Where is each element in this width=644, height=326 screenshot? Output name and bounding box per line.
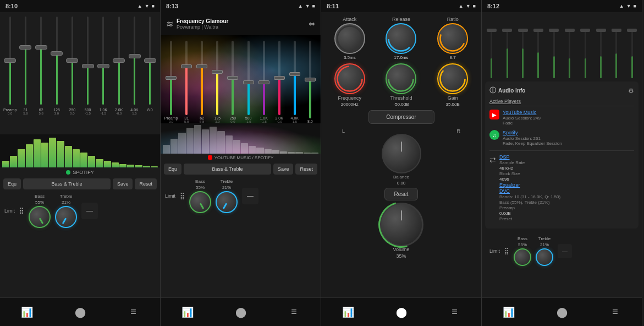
s2-bar — [280, 151, 287, 154]
nav-eq-1[interactable]: 📊 — [17, 302, 37, 322]
release-knob[interactable] — [386, 23, 416, 54]
cf-col-1k[interactable]: 1.0K-1.5 — [257, 35, 271, 123]
fader-62[interactable]: 62 5.8 — [34, 17, 49, 133]
balance-knob[interactable] — [382, 134, 421, 173]
dsp-dvc-detail2: Bass (55%), Treble (21%) — [499, 200, 634, 205]
fader-preamp[interactable]: Preamp 0.0 — [2, 17, 18, 133]
cf-col-250[interactable]: 2500.0 — [225, 35, 240, 123]
treble-val-1: 21% — [62, 200, 70, 205]
bass-knob-1[interactable] — [29, 206, 51, 228]
dsp-equalizer-link[interactable]: Equalizer — [499, 182, 634, 188]
compressor-knobs-row: Frequency 20000Hz Threshold -50.0dB — [326, 63, 477, 107]
youtube-music-name[interactable]: YouTube Music — [503, 110, 634, 115]
menu-nav-icon-4: ≡ — [612, 306, 618, 318]
frequency-knob[interactable] — [334, 63, 365, 94]
bg-fader-9 — [609, 29, 624, 78]
cf-col-500[interactable]: 500-1.5 — [241, 35, 255, 123]
cf-col-4k[interactable]: 4.0K1.5 — [288, 35, 302, 123]
frequency-val: 20000Hz — [341, 102, 359, 107]
compressor-button[interactable]: Compressor — [368, 110, 434, 124]
fader-2k[interactable]: 2.0K -0.0 — [111, 17, 126, 133]
nav-circle-3[interactable]: ⬤ — [392, 302, 411, 322]
dsp-dvc-link[interactable]: DVC — [499, 188, 634, 194]
fader-31[interactable]: 31 5.8 — [18, 17, 33, 133]
spec-bar — [34, 139, 41, 167]
cf-col-8k[interactable]: 8.0 — [303, 35, 317, 123]
gain-knob[interactable] — [437, 63, 468, 94]
treble-knob-1[interactable] — [55, 206, 77, 228]
treble-val-2: 21% — [222, 185, 231, 190]
spec-bar — [135, 165, 142, 167]
equ-button-2[interactable]: Equ — [164, 164, 181, 175]
s2-bar — [178, 133, 185, 154]
equ-button-1[interactable]: Equ — [3, 178, 21, 189]
save-button-2[interactable]: Save — [273, 164, 294, 175]
nav-circle-2[interactable]: ⬤ — [231, 302, 251, 322]
release-knob-group: Release 17.0ms — [386, 17, 416, 60]
cf-col-62[interactable]: 625.8 — [195, 35, 209, 123]
settings-gear-icon[interactable]: ⚙ — [628, 87, 634, 95]
fader-250[interactable]: 250 0.0 — [64, 17, 80, 133]
wifi-icon: ▲ — [137, 3, 142, 9]
volume-knob[interactable] — [379, 203, 423, 247]
cf-col-preamp[interactable]: Preamp0.0 — [164, 35, 178, 123]
fader-4k[interactable]: 4.0K 1.5 — [126, 17, 142, 133]
nav-circle-4[interactable]: ⬤ — [552, 302, 572, 322]
fader-1k[interactable]: 1.0K -1.5 — [96, 17, 111, 133]
fader-125[interactable]: 125 3.0 — [49, 17, 64, 133]
bg-fader-5 — [547, 29, 562, 78]
bass-treble-button-2[interactable]: Bass & Treble — [184, 164, 271, 175]
dsp-link[interactable]: DSP — [499, 154, 634, 160]
attack-knob[interactable] — [334, 23, 365, 54]
phone-2: 8:13 ▲ ▼ ■ ≋ Frequency Glamour Poweramp … — [161, 0, 321, 326]
reset-button-1[interactable]: Reset — [135, 178, 157, 189]
treble-knob-container-1: Treble 21% — [55, 194, 77, 228]
bg-fader-10 — [625, 29, 640, 78]
bass-val-2: 55% — [196, 185, 205, 190]
nav-eq-4[interactable]: 📊 — [499, 302, 519, 322]
s2-bar — [210, 127, 217, 154]
ratio-knob-group: Ratio 8.7 — [437, 17, 468, 60]
spotify-player-name[interactable]: Spotify — [503, 130, 634, 135]
frequency-label: Frequency — [338, 95, 362, 101]
eq-nav-icon-2: 📊 — [181, 306, 194, 318]
spec-bar — [143, 166, 150, 167]
dsp-preamp-label: Preamp — [499, 205, 634, 210]
cf-col-31[interactable]: 315.8 — [179, 35, 194, 123]
spotify-dot — [66, 170, 70, 175]
save-button-1[interactable]: Save — [113, 178, 133, 189]
bass-val-4: 55% — [518, 242, 527, 247]
audio-info-title: Audio Info — [498, 88, 525, 94]
treble-knob-2[interactable] — [216, 191, 238, 213]
bg-fader-1 — [484, 29, 499, 78]
bg-fader-2 — [499, 29, 514, 78]
nav-circle-1[interactable]: ⬤ — [70, 302, 90, 322]
nav-menu-4[interactable]: ≡ — [606, 302, 625, 322]
fader-500[interactable]: 500 -1.5 — [80, 17, 95, 133]
nav-eq-3[interactable]: 📊 — [338, 302, 358, 322]
wifi-icon-2: ▲ — [298, 3, 303, 9]
bass-treble-button-1[interactable]: Bass & Treble — [23, 178, 111, 189]
threshold-knob[interactable] — [386, 63, 416, 94]
nav-eq-2[interactable]: 📊 — [178, 302, 197, 322]
nav-menu-2[interactable]: ≡ — [284, 302, 304, 322]
reset-button-3[interactable]: Reset — [384, 188, 417, 200]
ratio-knob[interactable] — [437, 23, 468, 54]
limit-label-4: Limit — [489, 248, 500, 254]
treble-knob-4[interactable] — [536, 248, 553, 266]
youtube-music-fade: Fade — [503, 121, 634, 126]
bass-knob-4[interactable] — [514, 248, 531, 266]
s2-bar — [311, 153, 318, 154]
battery-icon-4: ■ — [634, 3, 636, 9]
cf-col-125[interactable]: 1253.0 — [210, 35, 224, 123]
header-subtitle: Poweramp | Waltra — [177, 24, 309, 30]
fader-8k[interactable]: 8.0 — [142, 17, 158, 133]
share-icon[interactable]: ⇔ — [309, 19, 315, 28]
nav-menu-3[interactable]: ≡ — [445, 302, 465, 322]
cf-col-2k[interactable]: 2.0K-0.0 — [272, 35, 287, 123]
status-bar-3: 8:11 ▲ ▼ ■ — [321, 0, 481, 12]
nav-menu-1[interactable]: ≡ — [124, 302, 144, 322]
s2-bar — [249, 146, 256, 154]
bass-knob-2[interactable] — [189, 191, 211, 213]
reset-button-2[interactable]: Reset — [295, 164, 317, 175]
